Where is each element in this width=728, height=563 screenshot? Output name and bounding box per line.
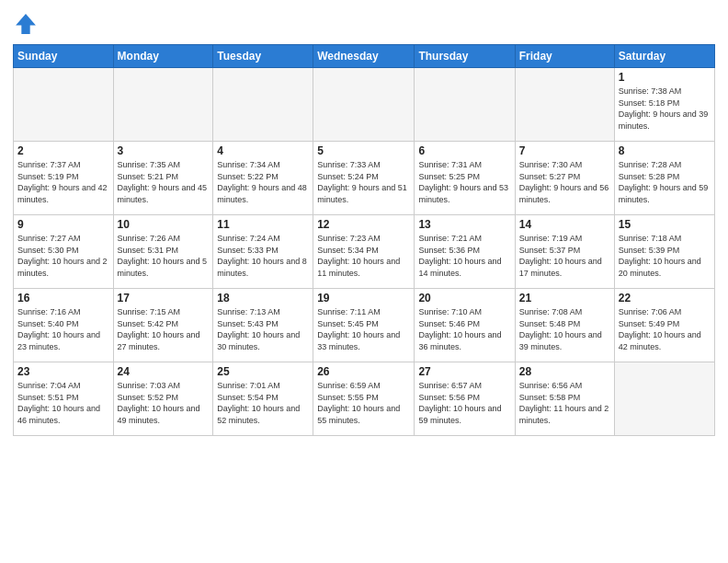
day-number: 11 (217, 218, 309, 231)
day-cell: 12Sunrise: 7:23 AM Sunset: 5:34 PM Dayli… (313, 215, 415, 289)
day-cell: 26Sunrise: 6:59 AM Sunset: 5:55 PM Dayli… (313, 362, 415, 436)
day-cell: 5Sunrise: 7:33 AM Sunset: 5:24 PM Daylig… (313, 142, 415, 215)
day-info: Sunrise: 7:19 AM Sunset: 5:37 PM Dayligh… (519, 233, 610, 279)
week-row-3: 9Sunrise: 7:27 AM Sunset: 5:30 PM Daylig… (14, 215, 715, 289)
day-info: Sunrise: 6:57 AM Sunset: 5:56 PM Dayligh… (418, 380, 510, 426)
day-number: 26 (317, 365, 410, 378)
day-cell: 17Sunrise: 7:15 AM Sunset: 5:42 PM Dayli… (113, 289, 213, 362)
day-cell (113, 68, 213, 142)
weekday-header-row: SundayMondayTuesdayWednesdayThursdayFrid… (14, 45, 715, 68)
day-info: Sunrise: 7:16 AM Sunset: 5:40 PM Dayligh… (17, 306, 109, 352)
day-cell: 8Sunrise: 7:28 AM Sunset: 5:28 PM Daylig… (614, 142, 714, 215)
day-info: Sunrise: 7:06 AM Sunset: 5:49 PM Dayligh… (619, 306, 711, 352)
day-info: Sunrise: 7:31 AM Sunset: 5:25 PM Dayligh… (418, 159, 510, 205)
day-number: 12 (317, 218, 410, 231)
day-cell: 23Sunrise: 7:04 AM Sunset: 5:51 PM Dayli… (14, 362, 114, 436)
day-number: 5 (317, 144, 410, 157)
day-number: 4 (217, 144, 309, 157)
day-cell: 1Sunrise: 7:38 AM Sunset: 5:18 PM Daylig… (614, 68, 714, 142)
day-info: Sunrise: 7:34 AM Sunset: 5:22 PM Dayligh… (217, 159, 309, 205)
day-number: 18 (217, 292, 309, 304)
day-number: 22 (619, 292, 711, 304)
weekday-header-thursday: Thursday (415, 45, 515, 68)
day-number: 6 (418, 144, 510, 157)
day-cell: 11Sunrise: 7:24 AM Sunset: 5:33 PM Dayli… (213, 215, 313, 289)
day-number: 3 (118, 144, 210, 157)
day-cell: 28Sunrise: 6:56 AM Sunset: 5:58 PM Dayli… (515, 362, 614, 436)
logo-icon (13, 11, 39, 37)
day-info: Sunrise: 7:37 AM Sunset: 5:19 PM Dayligh… (17, 159, 109, 205)
day-cell: 4Sunrise: 7:34 AM Sunset: 5:22 PM Daylig… (213, 142, 313, 215)
day-cell: 27Sunrise: 6:57 AM Sunset: 5:56 PM Dayli… (415, 362, 515, 436)
day-cell: 7Sunrise: 7:30 AM Sunset: 5:27 PM Daylig… (515, 142, 614, 215)
day-number: 8 (619, 144, 711, 157)
day-cell (313, 68, 415, 142)
day-info: Sunrise: 7:35 AM Sunset: 5:21 PM Dayligh… (118, 159, 210, 205)
day-cell: 3Sunrise: 7:35 AM Sunset: 5:21 PM Daylig… (113, 142, 213, 215)
day-number: 23 (17, 365, 109, 378)
day-cell (614, 362, 714, 436)
day-cell: 6Sunrise: 7:31 AM Sunset: 5:25 PM Daylig… (415, 142, 515, 215)
weekday-header-friday: Friday (515, 45, 614, 68)
day-cell: 10Sunrise: 7:26 AM Sunset: 5:31 PM Dayli… (113, 215, 213, 289)
day-cell: 21Sunrise: 7:08 AM Sunset: 5:48 PM Dayli… (515, 289, 614, 362)
calendar-table: SundayMondayTuesdayWednesdayThursdayFrid… (13, 44, 715, 436)
day-info: Sunrise: 7:24 AM Sunset: 5:33 PM Dayligh… (217, 233, 309, 279)
day-number: 2 (17, 144, 109, 157)
day-cell: 13Sunrise: 7:21 AM Sunset: 5:36 PM Dayli… (415, 215, 515, 289)
day-number: 24 (118, 365, 210, 378)
day-number: 28 (519, 365, 610, 378)
day-info: Sunrise: 7:15 AM Sunset: 5:42 PM Dayligh… (118, 306, 210, 352)
day-info: Sunrise: 7:18 AM Sunset: 5:39 PM Dayligh… (619, 233, 711, 279)
day-number: 9 (17, 218, 109, 231)
day-cell: 22Sunrise: 7:06 AM Sunset: 5:49 PM Dayli… (614, 289, 714, 362)
day-info: Sunrise: 7:01 AM Sunset: 5:54 PM Dayligh… (217, 380, 309, 426)
day-info: Sunrise: 6:59 AM Sunset: 5:55 PM Dayligh… (317, 380, 410, 426)
weekday-header-tuesday: Tuesday (213, 45, 313, 68)
day-info: Sunrise: 7:27 AM Sunset: 5:30 PM Dayligh… (17, 233, 109, 279)
page: SundayMondayTuesdayWednesdayThursdayFrid… (0, 0, 728, 563)
day-number: 1 (619, 71, 711, 84)
svg-marker-0 (16, 14, 36, 34)
day-cell (213, 68, 313, 142)
day-cell: 9Sunrise: 7:27 AM Sunset: 5:30 PM Daylig… (14, 215, 114, 289)
day-info: Sunrise: 7:23 AM Sunset: 5:34 PM Dayligh… (317, 233, 410, 279)
weekday-header-sunday: Sunday (14, 45, 114, 68)
day-number: 21 (519, 292, 610, 304)
day-number: 19 (317, 292, 410, 304)
day-cell (14, 68, 114, 142)
day-cell: 25Sunrise: 7:01 AM Sunset: 5:54 PM Dayli… (213, 362, 313, 436)
day-info: Sunrise: 7:04 AM Sunset: 5:51 PM Dayligh… (17, 380, 109, 426)
day-info: Sunrise: 7:38 AM Sunset: 5:18 PM Dayligh… (619, 86, 711, 132)
day-number: 25 (217, 365, 309, 378)
day-info: Sunrise: 7:28 AM Sunset: 5:28 PM Dayligh… (619, 159, 711, 205)
day-number: 16 (17, 292, 109, 304)
day-number: 14 (519, 218, 610, 231)
day-info: Sunrise: 7:13 AM Sunset: 5:43 PM Dayligh… (217, 306, 309, 352)
day-cell (415, 68, 515, 142)
day-info: Sunrise: 7:03 AM Sunset: 5:52 PM Dayligh… (118, 380, 210, 426)
weekday-header-monday: Monday (113, 45, 213, 68)
day-cell: 20Sunrise: 7:10 AM Sunset: 5:46 PM Dayli… (415, 289, 515, 362)
day-info: Sunrise: 7:11 AM Sunset: 5:45 PM Dayligh… (317, 306, 410, 352)
day-number: 17 (118, 292, 210, 304)
day-number: 7 (519, 144, 610, 157)
header (13, 11, 715, 37)
day-cell (515, 68, 614, 142)
weekday-header-saturday: Saturday (614, 45, 714, 68)
week-row-5: 23Sunrise: 7:04 AM Sunset: 5:51 PM Dayli… (14, 362, 715, 436)
day-number: 13 (418, 218, 510, 231)
day-cell: 2Sunrise: 7:37 AM Sunset: 5:19 PM Daylig… (14, 142, 114, 215)
week-row-4: 16Sunrise: 7:16 AM Sunset: 5:40 PM Dayli… (14, 289, 715, 362)
day-number: 10 (118, 218, 210, 231)
day-info: Sunrise: 7:10 AM Sunset: 5:46 PM Dayligh… (418, 306, 510, 352)
day-info: Sunrise: 7:30 AM Sunset: 5:27 PM Dayligh… (519, 159, 610, 205)
day-cell: 24Sunrise: 7:03 AM Sunset: 5:52 PM Dayli… (113, 362, 213, 436)
day-info: Sunrise: 6:56 AM Sunset: 5:58 PM Dayligh… (519, 380, 610, 426)
day-cell: 18Sunrise: 7:13 AM Sunset: 5:43 PM Dayli… (213, 289, 313, 362)
day-number: 20 (418, 292, 510, 304)
logo (13, 11, 42, 37)
week-row-2: 2Sunrise: 7:37 AM Sunset: 5:19 PM Daylig… (14, 142, 715, 215)
day-cell: 16Sunrise: 7:16 AM Sunset: 5:40 PM Dayli… (14, 289, 114, 362)
day-info: Sunrise: 7:21 AM Sunset: 5:36 PM Dayligh… (418, 233, 510, 279)
